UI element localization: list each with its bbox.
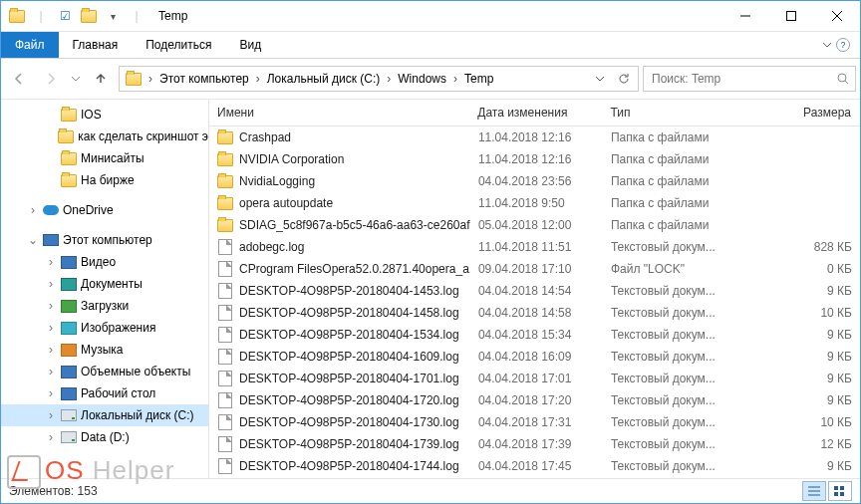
- expand-icon[interactable]: ›: [45, 430, 57, 444]
- quick-access-toolbar: | ☑ ▾ |: [1, 6, 152, 26]
- tree-item[interactable]: ›Рабочий стол: [1, 382, 208, 404]
- chevron-right-icon[interactable]: ›: [450, 72, 460, 86]
- tree-item[interactable]: ›Видео: [1, 251, 208, 273]
- col-date[interactable]: Дата изменения: [469, 106, 602, 120]
- file-icon: [217, 239, 233, 255]
- expand-icon[interactable]: ›: [45, 277, 57, 291]
- tree-item[interactable]: ⌄Этот компьютер: [1, 229, 208, 251]
- tree-item[interactable]: IOS: [1, 104, 208, 126]
- file-row[interactable]: adobegc.log11.04.2018 11:51Текстовый док…: [209, 236, 860, 258]
- file-row[interactable]: NvidiaLogging04.04.2018 23:56Папка с фай…: [209, 170, 860, 192]
- tab-file[interactable]: Файл: [1, 32, 59, 58]
- folder-icon: [217, 129, 233, 145]
- back-button[interactable]: [5, 66, 33, 92]
- expand-icon[interactable]: ›: [45, 299, 57, 313]
- maximize-button[interactable]: [768, 1, 814, 31]
- details-view-button[interactable]: [802, 481, 826, 501]
- file-icon: [217, 414, 233, 430]
- icons-view-button[interactable]: [828, 481, 852, 501]
- cell-type: Папка с файлами: [603, 130, 745, 144]
- chevron-right-icon[interactable]: ›: [384, 72, 394, 86]
- up-button[interactable]: [87, 66, 115, 92]
- expand-icon[interactable]: ›: [45, 365, 57, 378]
- tree-item[interactable]: Минисайты: [1, 147, 208, 169]
- cell-date: 11.04.2018 12:16: [470, 130, 603, 144]
- file-row[interactable]: DESKTOP-4O98P5P-20180404-1744.log04.04.2…: [209, 455, 860, 477]
- expand-icon[interactable]: ›: [45, 321, 57, 335]
- search-icon[interactable]: [837, 73, 849, 85]
- col-name[interactable]: Имени: [209, 106, 469, 120]
- expand-icon[interactable]: ›: [45, 408, 57, 422]
- ribbon-expand-icon[interactable]: ?: [811, 32, 860, 58]
- tree-item[interactable]: На бирже: [1, 169, 208, 191]
- address-dropdown-icon[interactable]: [588, 67, 612, 91]
- file-row[interactable]: DESKTOP-4O98P5P-20180404-1720.log04.04.2…: [209, 389, 860, 411]
- tree-item[interactable]: ›Локальный диск (C:): [1, 404, 208, 426]
- breadcrumb-segment[interactable]: Этот компьютер: [155, 67, 253, 91]
- file-row[interactable]: DESKTOP-4O98P5P-20180404-1534.log04.04.2…: [209, 324, 860, 346]
- folder-icon: [7, 6, 27, 26]
- tree-label: IOS: [81, 108, 102, 122]
- tree-item[interactable]: ›Загрузки: [1, 295, 208, 317]
- breadcrumb-segment[interactable]: Windows: [394, 67, 450, 91]
- refresh-button[interactable]: [612, 67, 636, 91]
- file-row[interactable]: Crashpad11.04.2018 12:16Папка с файлами: [209, 126, 860, 148]
- tree-item[interactable]: ›Музыка: [1, 339, 208, 361]
- tab-share[interactable]: Поделиться: [132, 32, 225, 58]
- tree-item[interactable]: ›Объемные объекты: [1, 361, 208, 382]
- navigation-row: › Этот компьютер › Локальный диск (C:) ›…: [1, 59, 860, 99]
- file-row[interactable]: SDIAG_5c8f967a-b5c5-46a6-aa63-ce260af...…: [209, 214, 860, 236]
- expand-icon[interactable]: ›: [45, 255, 57, 269]
- qat-properties-icon[interactable]: ☑: [55, 6, 75, 26]
- breadcrumb-segment[interactable]: Локальный диск (C:): [263, 67, 385, 91]
- file-row[interactable]: DESKTOP-4O98P5P-20180404-1458.log04.04.2…: [209, 302, 860, 324]
- folder-icon[interactable]: [79, 6, 99, 26]
- cell-type: Папка с файлами: [603, 152, 745, 166]
- forward-button[interactable]: [37, 66, 65, 92]
- qat-overflow-icon[interactable]: ▾: [103, 6, 123, 26]
- cell-name: NVIDIA Corporation: [209, 151, 470, 167]
- search-input[interactable]: [650, 71, 837, 87]
- file-row[interactable]: DESKTOP-4O98P5P-20180404-1739.log04.04.2…: [209, 433, 860, 455]
- expand-icon[interactable]: ›: [27, 203, 39, 217]
- file-row[interactable]: DESKTOP-4O98P5P-20180404-1609.log04.04.2…: [209, 346, 860, 368]
- cell-date: 04.04.2018 17:31: [470, 415, 603, 429]
- recent-dropdown-icon[interactable]: [69, 66, 83, 92]
- address-bar[interactable]: › Этот компьютер › Локальный диск (C:) ›…: [119, 66, 639, 92]
- tab-home[interactable]: Главная: [59, 32, 133, 58]
- chevron-right-icon[interactable]: ›: [145, 72, 155, 86]
- file-rows: Crashpad11.04.2018 12:16Папка с файламиN…: [209, 126, 860, 478]
- chevron-right-icon[interactable]: ›: [253, 72, 263, 86]
- tree-item[interactable]: ›Изображения: [1, 317, 208, 339]
- navigation-pane: IOSкак сделать скриншот эМинисайтыНа бир…: [1, 100, 209, 478]
- file-row[interactable]: DESKTOP-4O98P5P-20180404-1701.log04.04.2…: [209, 368, 860, 389]
- cell-date: 11.04.2018 9:50: [470, 196, 603, 210]
- cell-type: Текстовый докум...: [603, 328, 745, 342]
- cell-size: 12 КБ: [745, 437, 860, 451]
- breadcrumb-segment[interactable]: Temp: [460, 67, 497, 91]
- close-button[interactable]: [814, 1, 860, 31]
- status-bar: Элементов: 153: [1, 478, 860, 503]
- cell-type: Папка с файлами: [603, 196, 745, 210]
- cell-size: 828 КБ: [745, 240, 860, 254]
- minimize-button[interactable]: [722, 1, 768, 31]
- file-row[interactable]: CProgram FilesOpera52.0.2871.40opera_a..…: [209, 258, 860, 280]
- cell-type: Текстовый докум...: [603, 240, 745, 254]
- expand-icon[interactable]: ›: [45, 343, 57, 357]
- col-size[interactable]: Размера: [745, 106, 860, 120]
- file-row[interactable]: DESKTOP-4O98P5P-20180404-1730.log04.04.2…: [209, 411, 860, 433]
- tree-item[interactable]: ›OneDrive: [1, 199, 208, 221]
- col-type[interactable]: Тип: [602, 106, 744, 120]
- expand-icon[interactable]: ›: [45, 386, 57, 400]
- tab-view[interactable]: Вид: [225, 32, 275, 58]
- search-box[interactable]: [643, 66, 856, 92]
- expand-icon[interactable]: ⌄: [27, 233, 39, 247]
- cell-name: DESKTOP-4O98P5P-20180404-1744.log: [209, 458, 470, 474]
- file-row[interactable]: NVIDIA Corporation11.04.2018 12:16Папка …: [209, 148, 860, 170]
- tree-item[interactable]: как сделать скриншот э: [1, 126, 208, 147]
- file-row[interactable]: opera autoupdate11.04.2018 9:50Папка с ф…: [209, 192, 860, 214]
- tree-item[interactable]: ›Документы: [1, 273, 208, 295]
- tree-label: Музыка: [81, 343, 123, 357]
- tree-item[interactable]: ›Data (D:): [1, 426, 208, 448]
- file-row[interactable]: DESKTOP-4O98P5P-20180404-1453.log04.04.2…: [209, 280, 860, 302]
